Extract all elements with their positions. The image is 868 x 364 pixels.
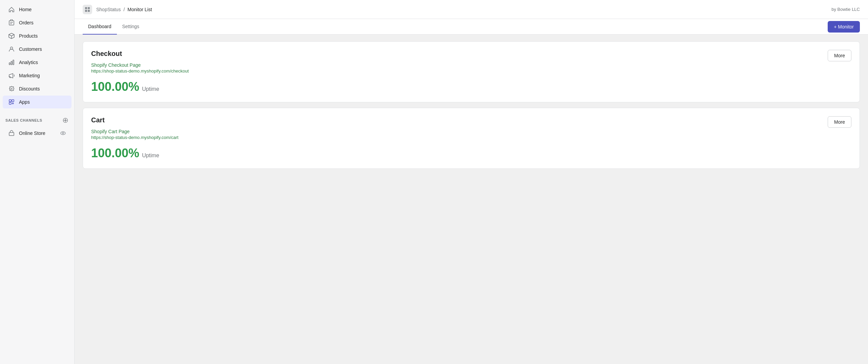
svg-rect-4	[9, 63, 10, 65]
svg-point-18	[62, 133, 64, 134]
monitor-cart-title: Cart	[91, 116, 820, 124]
monitors-list: Checkout Shopify Checkout Page https://s…	[75, 35, 868, 176]
sidebar-item-online-store[interactable]: Online Store	[3, 127, 71, 140]
content-area: Checkout Shopify Checkout Page https://s…	[75, 35, 868, 364]
add-monitor-button[interactable]: + Monitor	[828, 21, 860, 33]
monitor-checkout-uptime-label: Uptime	[142, 86, 159, 92]
marketing-icon	[8, 72, 15, 79]
svg-rect-21	[85, 10, 87, 12]
sidebar-item-home-label: Home	[19, 7, 32, 12]
sidebar-nav: Home Orders Products	[0, 0, 74, 112]
analytics-icon	[8, 59, 15, 66]
svg-rect-5	[11, 61, 12, 65]
sidebar-item-products[interactable]: Products	[3, 29, 71, 42]
monitor-cart-link-label: Shopify Cart Page	[91, 129, 820, 134]
tabs-bar: Dashboard Settings + Monitor	[75, 19, 868, 35]
sidebar-item-home[interactable]: Home	[3, 3, 71, 16]
monitor-checkout-url: https://shop-status-demo.myshopify.com/c…	[91, 68, 820, 74]
sidebar-item-products-label: Products	[19, 33, 38, 39]
sales-channels-header: SALES CHANNELS	[0, 112, 74, 126]
sidebar-item-customers-label: Customers	[19, 46, 42, 52]
tab-dashboard[interactable]: Dashboard	[83, 19, 117, 35]
online-store-label: Online Store	[19, 130, 45, 136]
products-icon	[8, 33, 15, 39]
by-line: by Bowtie LLC	[831, 7, 860, 12]
sidebar-item-apps[interactable]: Apps	[3, 96, 71, 108]
sidebar-item-marketing[interactable]: Marketing	[3, 69, 71, 82]
monitor-cart-uptime: 100.00%	[91, 146, 139, 160]
sidebar: Home Orders Products	[0, 0, 75, 364]
sidebar-item-analytics-label: Analytics	[19, 60, 38, 65]
sidebar-item-discounts-label: Discounts	[19, 86, 40, 92]
svg-rect-0	[9, 21, 14, 25]
breadcrumb-app: ShopStatus	[96, 7, 121, 12]
monitor-checkout-link-label: Shopify Checkout Page	[91, 62, 820, 68]
breadcrumb-page: Monitor List	[127, 7, 152, 12]
top-bar: ShopStatus / Monitor List by Bowtie LLC	[75, 0, 868, 19]
monitor-checkout-title: Checkout	[91, 50, 820, 58]
breadcrumb-separator: /	[123, 7, 125, 12]
monitor-cart-more-button[interactable]: More	[828, 116, 851, 128]
svg-rect-16	[9, 133, 14, 136]
monitor-card-cart: Cart Shopify Cart Page https://shop-stat…	[83, 108, 860, 169]
customers-icon	[8, 46, 15, 53]
discounts-icon	[8, 85, 15, 92]
svg-point-17	[61, 132, 65, 135]
svg-rect-10	[9, 100, 11, 102]
sidebar-item-orders[interactable]: Orders	[3, 16, 71, 29]
home-icon	[8, 6, 15, 13]
main-content: ShopStatus / Monitor List by Bowtie LLC …	[75, 0, 868, 364]
monitor-card-checkout: Checkout Shopify Checkout Page https://s…	[83, 41, 860, 102]
sidebar-item-customers[interactable]: Customers	[3, 43, 71, 56]
sidebar-item-analytics[interactable]: Analytics	[3, 56, 71, 69]
breadcrumb: ShopStatus / Monitor List	[83, 5, 152, 14]
monitor-checkout-uptime: 100.00%	[91, 80, 139, 94]
sidebar-item-apps-label: Apps	[19, 99, 30, 105]
monitor-cart-url: https://shop-status-demo.myshopify.com/c…	[91, 135, 820, 140]
svg-rect-20	[88, 7, 90, 9]
orders-icon	[8, 19, 15, 26]
monitor-checkout-more-button[interactable]: More	[828, 50, 851, 61]
app-icon	[83, 5, 92, 14]
eye-icon[interactable]	[60, 130, 66, 136]
sidebar-item-marketing-label: Marketing	[19, 73, 40, 78]
sidebar-item-orders-label: Orders	[19, 20, 34, 25]
svg-rect-6	[13, 60, 14, 65]
tabs: Dashboard Settings	[83, 19, 145, 34]
sidebar-item-discounts[interactable]: Discounts	[3, 82, 71, 95]
svg-rect-22	[88, 10, 90, 12]
svg-rect-12	[9, 102, 11, 104]
sales-channels-label: SALES CHANNELS	[5, 118, 42, 122]
svg-point-7	[11, 88, 11, 88]
apps-icon	[8, 99, 15, 105]
add-channel-icon[interactable]	[62, 117, 69, 124]
svg-rect-19	[85, 7, 87, 9]
monitor-cart-uptime-label: Uptime	[142, 153, 159, 159]
store-icon	[8, 130, 15, 137]
svg-point-8	[12, 89, 13, 90]
svg-rect-11	[12, 100, 14, 102]
tab-settings[interactable]: Settings	[117, 19, 145, 35]
